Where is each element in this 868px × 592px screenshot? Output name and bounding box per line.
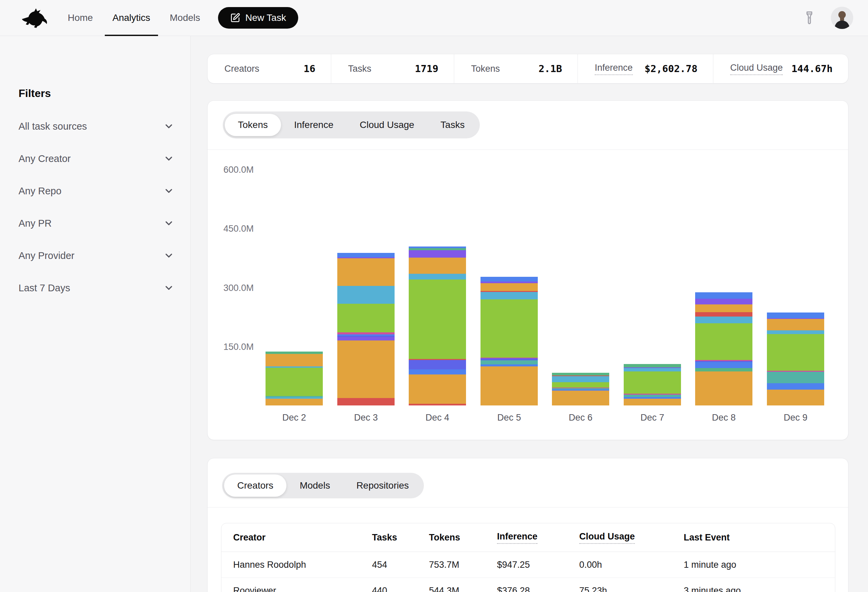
cell-last-event: 3 minutes ago: [684, 586, 835, 592]
cell-tokens: 753.7M: [429, 560, 497, 570]
cell-tokens: 544.3M: [429, 586, 497, 592]
bar-segment-royalblue: [695, 362, 753, 368]
filter-any-repo[interactable]: Any Repo: [19, 175, 174, 207]
column-header-label: Last Event: [684, 532, 730, 543]
tab-creators[interactable]: Creators: [224, 474, 286, 497]
cell-creator: Hannes Roodolph: [233, 560, 372, 570]
bar-dec-4[interactable]: [409, 246, 466, 405]
summary-stats-bar: Creators16Tasks1719Tokens2.1BInference$2…: [207, 54, 849, 84]
filter-any-creator[interactable]: Any Creator: [19, 143, 174, 175]
bar-dec-2[interactable]: [266, 352, 323, 405]
column-header-cloud-usage[interactable]: Cloud Usage: [579, 532, 684, 544]
bar-segment-orange: [767, 390, 824, 405]
bar-segment-green: [409, 280, 466, 359]
bar-segment-orange: [337, 340, 394, 398]
x-axis-label: Dec 7: [624, 412, 681, 423]
nav-item-home[interactable]: Home: [58, 0, 103, 36]
bar-segment-orange: [695, 305, 753, 312]
bar-dec-6[interactable]: [552, 373, 609, 405]
filter-label: Any PR: [19, 218, 52, 229]
stat-value: 16: [304, 63, 315, 74]
x-axis-label: Dec 3: [337, 412, 394, 423]
bar-segment-skyblue: [480, 292, 538, 300]
filter-label: Last 7 Days: [19, 283, 70, 294]
bar-segment-orange: [409, 374, 466, 404]
bar-segment-royalblue: [767, 312, 824, 318]
filter-any-provider[interactable]: Any Provider: [19, 239, 174, 272]
column-header-label: Tasks: [372, 532, 397, 543]
kangaroo-logo-icon[interactable]: [20, 7, 49, 29]
table-row-rooviewer[interactable]: Rooviewer440544.3M$376.2875.23h3 minutes…: [221, 577, 835, 592]
cell-cloud-usage: 0.00h: [579, 560, 684, 570]
bar-segment-green: [480, 299, 538, 357]
bar-segment-orange: [624, 399, 681, 405]
stat-value: 2.1B: [539, 63, 562, 74]
bar-segment-green: [624, 371, 681, 394]
x-axis-label: Dec 4: [409, 412, 466, 423]
tab-tokens[interactable]: Tokens: [225, 114, 281, 136]
filter-any-pr[interactable]: Any PR: [19, 207, 174, 239]
bar-segment-teal: [767, 372, 824, 383]
chevron-down-icon: [164, 186, 174, 196]
chart-metric-tabs: TokensInferenceCloud UsageTasks: [223, 112, 480, 138]
tab-tasks[interactable]: Tasks: [427, 114, 478, 136]
column-header-label: Creator: [233, 532, 266, 543]
bar-segment-orange: [266, 354, 323, 367]
tab-repositories[interactable]: Repositories: [343, 474, 422, 497]
bar-segment-skyblue: [624, 368, 681, 371]
bar-dec-3[interactable]: [337, 253, 394, 405]
creators-table: CreatorTasksTokensInferenceCloud UsageLa…: [221, 523, 835, 592]
x-axis-label: Dec 8: [695, 412, 753, 423]
bar-segment-seagreen: [266, 352, 323, 354]
filter-all-task-sources[interactable]: All task sources: [19, 110, 174, 143]
column-header-creator: Creator: [233, 532, 372, 543]
table-row-hannes-roodolph[interactable]: Hannes Roodolph454753.7M$947.250.00h1 mi…: [221, 552, 835, 577]
bar-segment-royalblue: [480, 277, 538, 281]
x-axis-label: Dec 2: [266, 412, 323, 423]
top-nav: HomeAnalyticsModels New Task: [0, 0, 868, 36]
nav-item-analytics[interactable]: Analytics: [103, 0, 160, 36]
breakdown-card: CreatorsModelsRepositories CreatorTasksT…: [207, 458, 849, 592]
bar-segment-seagreen: [552, 373, 609, 376]
y-axis-tick: 600.0M: [223, 165, 254, 174]
bar-segment-purple: [409, 250, 466, 258]
stat-label: Creators: [224, 64, 260, 74]
bar-segment-teal: [624, 395, 681, 397]
stat-label[interactable]: Cloud Usage: [730, 63, 783, 75]
tab-inference[interactable]: Inference: [281, 114, 347, 136]
stat-value: 1719: [415, 63, 438, 74]
cell-cloud-usage: 75.23h: [579, 586, 684, 592]
column-header-tokens: Tokens: [429, 532, 497, 543]
column-header-inference[interactable]: Inference: [497, 532, 579, 544]
stat-label[interactable]: Inference: [595, 63, 633, 75]
bar-segment-seagreen: [624, 364, 681, 367]
new-task-button[interactable]: New Task: [218, 7, 298, 29]
bar-segment-skyblue: [337, 286, 394, 304]
bar-segment-orange: [480, 283, 538, 291]
user-avatar[interactable]: [831, 7, 853, 29]
bar-segment-orange: [695, 371, 753, 405]
tab-cloud-usage[interactable]: Cloud Usage: [346, 114, 427, 136]
cell-creator: Rooviewer: [233, 586, 372, 592]
avatar-photo: [831, 7, 853, 29]
bar-segment-skyblue: [767, 330, 824, 334]
chevron-down-icon: [164, 218, 174, 229]
bar-segment-orange: [337, 258, 394, 286]
bar-dec-5[interactable]: [480, 277, 538, 405]
nav-item-models[interactable]: Models: [160, 0, 210, 36]
bar-segment-red: [695, 312, 753, 317]
bar-segment-royalblue: [767, 383, 824, 390]
filter-label: Any Repo: [19, 186, 61, 197]
column-header-last-event: Last Event: [684, 532, 835, 543]
tab-models[interactable]: Models: [286, 474, 343, 497]
square-pen-icon: [230, 13, 240, 23]
bar-segment-seagreen: [695, 368, 753, 371]
filters-sidebar: Filters All task sourcesAny CreatorAny R…: [0, 36, 191, 592]
chevron-down-icon: [164, 121, 174, 132]
bar-dec-8[interactable]: [695, 292, 753, 405]
bar-dec-9[interactable]: [767, 312, 824, 405]
bar-dec-7[interactable]: [624, 364, 681, 406]
flashlight-icon[interactable]: [802, 10, 817, 25]
bar-segment-orange: [480, 367, 538, 405]
filter-last-7-days[interactable]: Last 7 Days: [19, 272, 174, 304]
